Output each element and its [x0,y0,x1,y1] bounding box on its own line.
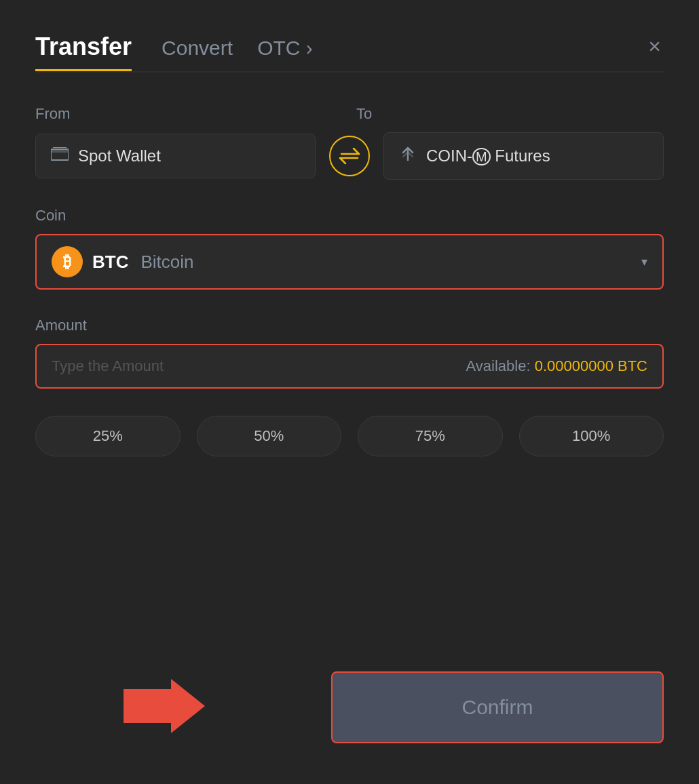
coin-label: Coin [35,207,664,224]
amount-section: Amount Available: 0.00000000 BTC [35,317,664,389]
modal-header: Transfer Convert OTC › × [35,33,664,71]
btc-icon: ₿ [52,246,83,277]
amount-label: Amount [35,317,664,334]
to-label: To [343,105,664,123]
futures-name: COIN-M Futures [426,146,550,165]
from-to-section: From To Spot Wallet [35,105,664,180]
tab-convert[interactable]: Convert [162,37,233,68]
from-to-labels: From To [35,105,664,123]
red-arrow-icon [124,675,205,737]
available-value: 0.00000000 BTC [535,357,647,374]
percentage-buttons: 25% 50% 75% 100% [35,416,664,456]
available-balance: Available: 0.00000000 BTC [466,357,647,375]
spot-wallet-select[interactable]: Spot Wallet [35,134,316,178]
pct-25-button[interactable]: 25% [35,416,181,456]
pct-100-button[interactable]: 100% [519,416,664,456]
tab-transfer[interactable]: Transfer [35,33,132,71]
tab-bar: Transfer Convert OTC › [35,33,664,71]
available-label: Available: [466,357,531,374]
futures-select[interactable]: COIN-M Futures [383,132,664,180]
wallet-name: Spot Wallet [78,146,161,165]
svg-rect-1 [51,149,69,153]
swap-wrapper [316,136,383,176]
futures-icon [399,145,417,167]
coin-section: Coin ₿ BTC Bitcoin ▾ [35,207,664,290]
tab-otc[interactable]: OTC › [257,37,313,68]
swap-button[interactable] [329,136,370,176]
close-button[interactable]: × [645,33,664,60]
bottom-area: Confirm [35,671,664,743]
wallet-icon [51,147,69,165]
arrow-indicator [124,675,205,737]
coin-full-name: Bitcoin [140,252,193,273]
amount-input[interactable] [52,357,466,375]
coin-symbol: BTC [92,252,128,273]
from-to-controls: Spot Wallet COIN-M Futures [35,132,664,180]
chevron-down-icon: ▾ [641,254,647,269]
pct-75-button[interactable]: 75% [358,416,503,456]
amount-input-wrapper: Available: 0.00000000 BTC [35,344,664,389]
pct-50-button[interactable]: 50% [197,416,342,456]
coin-dropdown[interactable]: ₿ BTC Bitcoin ▾ [35,234,664,290]
svg-marker-3 [124,679,205,733]
header-divider [35,71,664,73]
from-label: From [35,105,343,123]
confirm-button[interactable]: Confirm [331,671,664,743]
transfer-modal: Transfer Convert OTC › × From To Spot Wa… [0,0,699,784]
